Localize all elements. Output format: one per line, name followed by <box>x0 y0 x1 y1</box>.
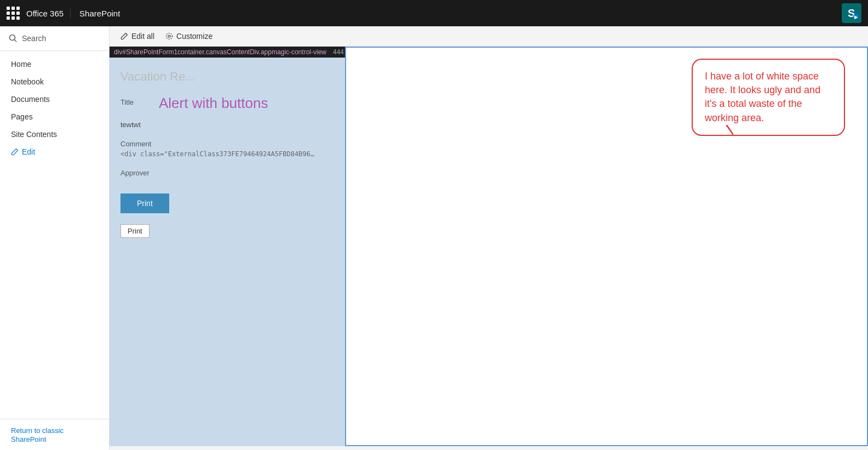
title-label: Title <box>120 98 153 106</box>
edit-all-button[interactable]: Edit all <box>120 32 154 41</box>
approver-label: Approver <box>120 169 334 177</box>
sharepoint-label: SharePoint <box>77 9 120 18</box>
sidebar-edit[interactable]: Edit <box>0 143 109 161</box>
selector-text: div#SharePointForm1container.canvasConte… <box>114 48 326 56</box>
svg-text:▶: ▶ <box>854 15 858 20</box>
sidebar-item-notebook[interactable]: Notebook <box>0 73 109 90</box>
search-icon <box>9 34 18 43</box>
customize-button[interactable]: Customize <box>165 32 212 41</box>
selector-bar: div#SharePointForm1container.canvasConte… <box>110 47 345 58</box>
comment-field: Comment <div class="ExternalClass373FE79… <box>120 140 334 158</box>
svg-line-5 <box>15 40 17 42</box>
print-button-blue[interactable]: Print <box>120 193 169 213</box>
search-bar[interactable]: Search <box>0 26 109 51</box>
toolbar: Edit all Customize <box>110 26 868 47</box>
comment-value: <div class="ExternalClass373FE79464924A5… <box>120 150 318 158</box>
page-body: div#SharePointForm1container.canvasConte… <box>110 47 868 446</box>
sidebar-item-pages[interactable]: Pages <box>0 108 109 126</box>
edit-all-label: Edit all <box>131 32 154 41</box>
sidebar-bottom: Return to classic SharePoint <box>0 419 109 450</box>
sharepoint-logo: S ▶ <box>842 3 861 23</box>
title-value: tewtwt <box>120 121 334 129</box>
edit-icon <box>11 148 19 156</box>
form-panel: div#SharePointForm1container.canvasConte… <box>110 47 345 446</box>
waffle-icon[interactable] <box>7 7 20 20</box>
approver-field: Approver <box>120 169 334 177</box>
svg-point-6 <box>168 35 170 37</box>
svg-point-7 <box>166 33 173 39</box>
sidebar-item-documents[interactable]: Documents <box>0 90 109 108</box>
alert-title: Alert with buttons <box>159 95 268 112</box>
sidebar-item-home[interactable]: Home <box>0 55 109 73</box>
customize-label: Customize <box>176 32 212 41</box>
return-link[interactable]: Return to classic SharePoint <box>11 426 64 443</box>
form-page-title: Vacation Re... <box>120 70 334 84</box>
svg-point-4 <box>10 35 15 41</box>
whitespace-panel: I have a lot of white space here. It loo… <box>345 47 868 446</box>
dimensions-text: 444 × 790 <box>333 48 345 56</box>
pencil-icon <box>120 32 128 40</box>
bubble-text: I have a lot of white space here. It loo… <box>705 71 820 123</box>
office365-label[interactable]: Office 365 <box>26 9 71 18</box>
sidebar-item-site-contents[interactable]: Site Contents <box>0 126 109 143</box>
print-button-outline[interactable]: Print <box>120 224 150 238</box>
search-label: Search <box>22 34 46 43</box>
speech-bubble: I have a lot of white space here. It loo… <box>692 59 845 136</box>
title-field: tewtwt <box>120 121 334 129</box>
top-bar: Office 365 SharePoint S ▶ <box>0 0 868 26</box>
comment-label: Comment <box>120 140 334 148</box>
main-content: Edit all Customize div#SharePointForm1co… <box>110 26 868 450</box>
form-content: Vacation Re... Title Alert with buttons … <box>110 59 345 249</box>
customize-icon <box>165 32 173 40</box>
edit-label: Edit <box>22 147 35 156</box>
sidebar: Search Home Notebook Documents Pages Sit… <box>0 26 110 450</box>
sidebar-nav: Home Notebook Documents Pages Site Conte… <box>0 51 109 419</box>
